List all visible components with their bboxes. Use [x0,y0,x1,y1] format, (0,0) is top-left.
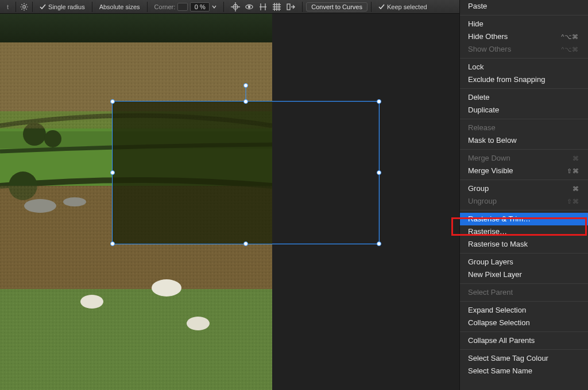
handle-top-right[interactable] [377,99,381,104]
menu-item-label: Exclude from Snapping [468,75,545,84]
menu-item-shortcut: ⌘ [572,184,579,193]
menu-item-shortcut: ⇧⌘ [567,197,579,206]
divider [223,2,224,12]
single-radius-label: Single radius [48,3,85,10]
absolute-sizes-toggle[interactable]: Absolute sizes [96,0,144,13]
handle-bottom-left[interactable] [110,241,115,246]
handle-middle-right[interactable] [377,170,381,175]
divider [32,2,33,12]
svg-point-33 [63,197,86,206]
menu-separator [460,149,588,150]
menu-item-release: Release [460,122,588,134]
menu-item-paste[interactable]: Paste [460,0,588,13]
menu-item-shortcut: ⌘ [572,154,579,163]
selection-box[interactable] [112,101,380,244]
svg-rect-15 [287,4,290,10]
menu-separator [460,301,588,302]
menu-item-group[interactable]: Group⌘ [460,182,588,195]
menu-item-select-same-name[interactable]: Select Same Name [460,365,588,377]
menu-item-label: Select Same Name [468,366,532,376]
menu-item-delete[interactable]: Delete [460,91,588,104]
menu-separator [460,332,588,332]
menu-separator [460,210,588,210]
check-icon [378,3,385,10]
menu-separator [460,253,588,253]
menu-item-select-parent: Select Parent [460,286,588,299]
menu-item-expand-selection[interactable]: Expand Selection [460,304,588,317]
menu-separator [460,180,588,180]
svg-rect-17 [0,14,272,42]
handle-bottom-right[interactable] [377,241,381,246]
convert-label: Convert to Curves [311,3,362,10]
menu-item-hide-others[interactable]: Hide Others^⌥⌘ [460,30,588,43]
menu-item-rasterise-trim[interactable]: Rasterise & Trim… [460,213,588,225]
svg-point-24 [44,130,61,147]
menu-item-label: Select Same Tag Colour [468,354,548,363]
divider [92,2,92,12]
handle-top-middle[interactable] [243,99,248,104]
tool-label-fragment: t [7,3,9,10]
menu-item-select-same-tag-colour[interactable]: Select Same Tag Colour [460,352,588,365]
menu-item-duplicate[interactable]: Duplicate [460,104,588,116]
menu-item-label: Collapse Selection [468,318,530,327]
context-menu[interactable]: PasteHideHide Others^⌥⌘Show Others^⌥⌘Loc… [459,0,588,390]
menu-item-label: Ungroup [468,197,497,206]
align-icons [227,0,299,13]
keep-selected-label: Keep selected [387,3,427,10]
show-bounds-icon[interactable] [245,2,254,11]
menu-separator [460,58,588,58]
grid-icon[interactable] [272,2,281,11]
menu-item-group-layers[interactable]: Group Layers [460,256,588,268]
menu-item-label: Merge Down [468,154,510,163]
menu-item-label: Group Layers [468,258,513,267]
menu-item-rasterise-to-mask[interactable]: Rasterise to Mask [460,238,588,251]
handle-bottom-middle[interactable] [243,241,248,246]
menu-item-label: Lock [468,63,483,72]
align-center-icon[interactable] [231,2,240,11]
svg-point-5 [249,6,250,7]
corner-style-swatch[interactable] [177,3,188,11]
menu-item-mask-to-below[interactable]: Mask to Below [460,134,588,147]
corner-percent-field[interactable]: 0 % [190,2,210,11]
menu-item-exclude-from-snapping[interactable]: Exclude from Snapping [460,73,588,86]
gear-icon[interactable] [20,2,29,11]
menu-separator [460,349,588,350]
handle-top-left[interactable] [110,99,115,104]
canvas[interactable] [0,14,459,390]
menu-separator [460,15,588,15]
menu-item-shortcut: ^⌥⌘ [561,32,579,41]
chevron-down-icon[interactable] [212,3,216,10]
menu-item-label: New Pixel Layer [468,270,522,279]
rotation-handle[interactable] [243,83,248,88]
menu-item-lock[interactable]: Lock [460,61,588,73]
menu-item-new-pixel-layer[interactable]: New Pixel Layer [460,268,588,281]
menu-item-label: Select Parent [468,288,513,297]
menu-item-label: Hide [468,20,483,29]
menu-item-collapse-selection[interactable]: Collapse Selection [460,317,588,329]
menu-item-label: Collapse All Parents [468,336,535,345]
menu-item-hide[interactable]: Hide [460,18,588,30]
menu-item-collapse-all-parents[interactable]: Collapse All Parents [460,334,588,347]
menu-separator [460,119,588,119]
menu-item-label: Paste [468,2,487,11]
check-icon [40,3,46,10]
menu-item-label: Delete [468,93,490,102]
menu-item-ungroup: Ungroup⇧⌘ [460,195,588,208]
menu-item-label: Merge Visible [468,166,513,176]
single-radius-toggle[interactable]: Single radius [36,0,88,13]
menu-item-label: Hide Others [468,32,508,41]
keep-selected-toggle[interactable]: Keep selected [375,0,431,13]
menu-item-shortcut: ⇧⌘ [567,166,579,176]
insert-target-icon[interactable] [286,2,295,11]
menu-item-show-others: Show Others^⌥⌘ [460,43,588,56]
handle-middle-left[interactable] [110,170,115,175]
absolute-sizes-label: Absolute sizes [99,3,140,10]
align-vertical-icon[interactable] [258,2,268,11]
corner-group: Corner: 0 % [151,0,220,13]
divider [16,2,16,12]
menu-item-rasterise[interactable]: Rasterise… [460,225,588,238]
menu-item-merge-visible[interactable]: Merge Visible⇧⌘ [460,165,588,177]
toolbar: t Single radius Absolute sizes Corner: 0… [0,0,459,14]
menu-item-label: Release [468,123,496,132]
convert-to-curves-button[interactable]: Convert to Curves [306,2,368,11]
